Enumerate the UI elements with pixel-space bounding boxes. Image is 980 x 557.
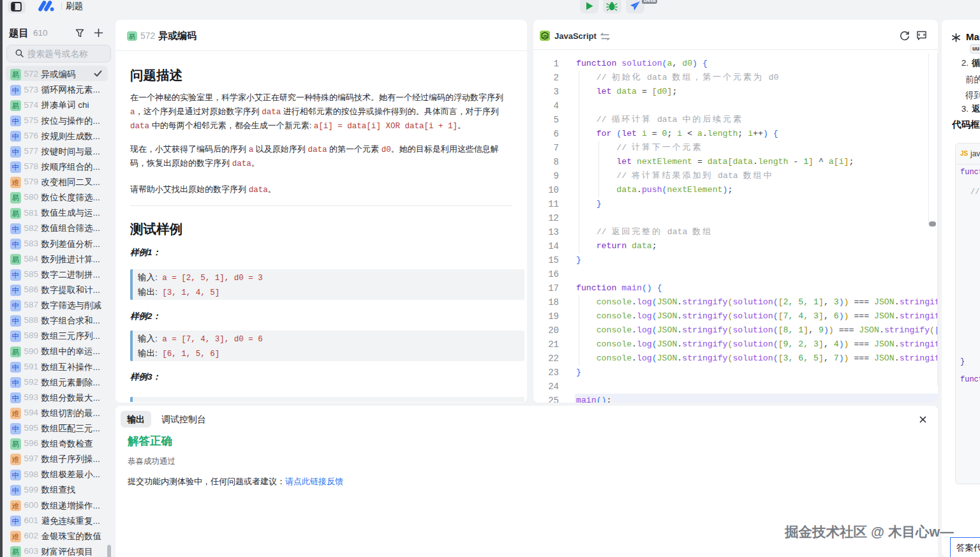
svg-text:JS: JS — [543, 34, 547, 38]
